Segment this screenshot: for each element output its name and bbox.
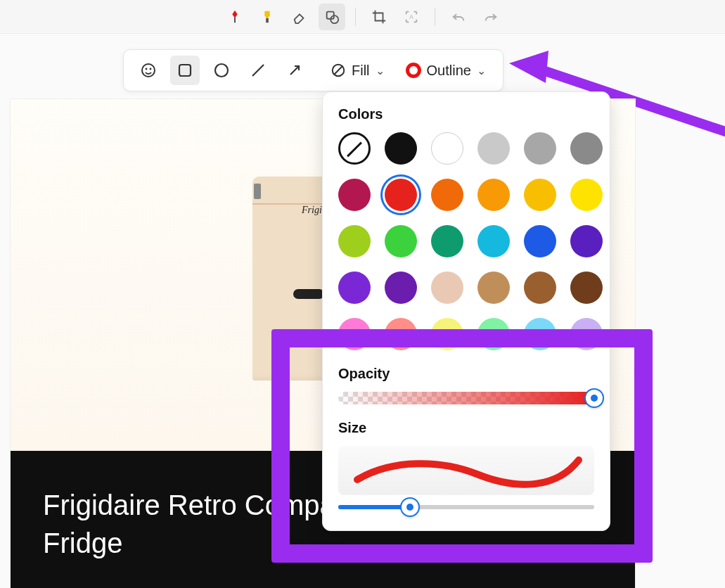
fill-label: Fill — [352, 63, 370, 79]
outline-popover: Colors Opacity Size — [322, 91, 610, 531]
chevron-down-icon: ⌄ — [376, 64, 385, 77]
color-swatch-none[interactable] — [338, 132, 371, 165]
size-preview — [338, 446, 594, 495]
fill-dropdown[interactable]: Fill ⌄ — [323, 56, 392, 85]
color-swatch-blue[interactable] — [524, 225, 556, 257]
rectangle-shape[interactable] — [170, 56, 200, 85]
color-swatch-yellow-dark[interactable] — [524, 179, 556, 211]
opacity-slider[interactable] — [338, 392, 594, 404]
outline-color-indicator — [406, 63, 421, 78]
color-swatch-gray-dark[interactable] — [570, 132, 603, 165]
undo-icon — [451, 9, 466, 25]
color-swatch-brown[interactable] — [524, 271, 556, 304]
opacity-heading: Opacity — [338, 366, 594, 382]
color-swatch-amber[interactable] — [477, 179, 510, 211]
circle-shape[interactable] — [207, 56, 236, 85]
no-fill-icon — [331, 63, 346, 78]
scan-icon: A — [404, 9, 419, 25]
eraser-tool[interactable] — [286, 4, 313, 30]
text-scan-tool[interactable]: A — [398, 4, 425, 30]
shapes-tool[interactable] — [319, 4, 345, 30]
crop-tool[interactable] — [366, 4, 392, 30]
highlighter-icon — [259, 9, 275, 25]
svg-point-7 — [150, 68, 152, 70]
svg-point-5 — [142, 64, 155, 77]
color-swatch-lime[interactable] — [338, 225, 371, 257]
toolbar-divider — [355, 8, 356, 26]
size-heading: Size — [338, 420, 594, 436]
opacity-thumb[interactable] — [586, 390, 603, 407]
color-swatch-aqua[interactable] — [524, 318, 556, 350]
redo-icon — [483, 9, 499, 25]
main-toolbar: A — [0, 0, 725, 34]
size-thumb[interactable] — [402, 499, 418, 516]
redo-button[interactable] — [477, 4, 504, 30]
crop-icon — [371, 9, 387, 25]
line-icon — [250, 62, 267, 79]
color-swatch-red[interactable] — [385, 179, 417, 211]
svg-point-6 — [146, 68, 148, 70]
color-swatch-indigo[interactable] — [570, 225, 603, 257]
svg-line-13 — [334, 66, 343, 75]
color-swatch-mint[interactable] — [477, 318, 510, 350]
color-swatch-tan[interactable] — [477, 271, 510, 304]
size-slider[interactable] — [338, 505, 594, 509]
color-swatch-lemon[interactable] — [431, 318, 463, 350]
color-swatch-violet[interactable] — [338, 271, 371, 304]
rectangle-icon — [177, 62, 193, 79]
svg-line-10 — [252, 65, 264, 76]
outline-dropdown[interactable]: Outline ⌄ — [399, 56, 493, 85]
color-swatch-orange[interactable] — [431, 179, 463, 211]
svg-rect-1 — [266, 18, 269, 22]
color-swatch-dark-brown[interactable] — [570, 271, 603, 304]
svg-rect-2 — [326, 11, 333, 18]
colors-heading: Colors — [338, 106, 594, 122]
color-swatch-pink[interactable] — [338, 318, 371, 350]
stroke-preview-icon — [350, 453, 582, 488]
svg-rect-8 — [179, 65, 191, 76]
color-swatches — [338, 132, 594, 350]
color-swatch-gray-mid[interactable] — [524, 132, 556, 165]
color-swatch-yellow[interactable] — [570, 179, 603, 211]
arrow-shape[interactable] — [280, 56, 309, 85]
color-swatch-gray-light[interactable] — [477, 132, 510, 165]
svg-line-11 — [290, 66, 299, 75]
color-swatch-magenta[interactable] — [338, 179, 371, 211]
color-swatch-lilac[interactable] — [570, 318, 603, 350]
svg-marker-15 — [509, 51, 548, 83]
svg-rect-0 — [234, 17, 236, 22]
toolbar-divider — [435, 8, 435, 26]
color-swatch-cyan[interactable] — [477, 225, 510, 257]
highlighter-tool[interactable] — [254, 4, 281, 30]
arrow-icon — [286, 62, 303, 79]
svg-text:A: A — [409, 13, 413, 20]
emoji-icon — [140, 62, 157, 79]
eraser-icon — [292, 9, 307, 25]
pen-icon — [227, 9, 243, 25]
outline-label: Outline — [427, 63, 471, 79]
chevron-down-icon: ⌄ — [477, 64, 486, 77]
undo-button[interactable] — [445, 4, 472, 30]
shapes-icon — [324, 9, 340, 25]
color-swatch-salmon[interactable] — [385, 318, 417, 350]
shape-toolbar: Fill ⌄ Outline ⌄ — [123, 49, 503, 91]
color-swatch-white[interactable] — [431, 132, 463, 165]
pen-tool[interactable] — [222, 4, 248, 30]
color-swatch-green[interactable] — [385, 225, 417, 257]
color-swatch-black[interactable] — [385, 132, 417, 165]
circle-icon — [213, 62, 230, 79]
emoji-shape[interactable] — [134, 56, 163, 85]
line-shape[interactable] — [243, 56, 273, 85]
color-swatch-teal[interactable] — [431, 225, 463, 257]
svg-point-9 — [215, 64, 228, 77]
color-swatch-skin[interactable] — [431, 271, 463, 304]
color-swatch-purple[interactable] — [385, 271, 417, 304]
